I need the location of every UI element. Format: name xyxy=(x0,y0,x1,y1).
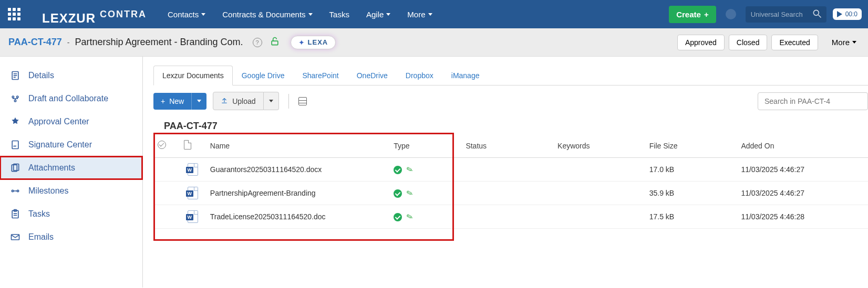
check-icon xyxy=(394,213,402,221)
document-id[interactable]: PAA-CT-477 xyxy=(8,37,62,48)
plus-icon: + xyxy=(161,97,165,105)
tab-dropbox[interactable]: Dropbox xyxy=(397,66,442,86)
file-name[interactable]: PartnershipAgreement-Branding xyxy=(206,182,389,205)
document-title: Partnership Agreement - Branding Com. xyxy=(75,37,243,48)
details-icon xyxy=(9,70,21,81)
status-executed-button[interactable]: Executed xyxy=(771,35,818,50)
caret-down-icon xyxy=(308,13,313,16)
file-table-wrap: Name Type Status Keywords File Size Adde… xyxy=(153,134,868,229)
col-name[interactable]: Name xyxy=(206,134,389,158)
tab-onedrive[interactable]: OneDrive xyxy=(348,66,397,86)
sidebar-item-label: Emails xyxy=(28,232,54,242)
svg-point-0 xyxy=(813,10,819,15)
table-row[interactable]: PartnershipAgreement-Branding ✎ 35.9 kB … xyxy=(153,182,868,205)
timer-value: 00:0 xyxy=(845,10,857,18)
col-added[interactable]: Added On xyxy=(737,134,868,158)
upload-icon xyxy=(221,97,228,105)
tasks-icon xyxy=(9,209,21,219)
new-button[interactable]: +New xyxy=(153,93,191,110)
caret-down-icon xyxy=(852,41,856,44)
more-button[interactable]: More xyxy=(829,37,860,47)
col-status[interactable]: Status xyxy=(461,134,553,158)
unlock-icon[interactable] xyxy=(270,36,280,49)
file-name[interactable]: Guarantors20250311164520.docx xyxy=(206,158,389,182)
folder-search-input[interactable] xyxy=(758,92,868,110)
sidebar-item-tasks[interactable]: Tasks xyxy=(0,202,142,226)
apps-launcher-icon[interactable] xyxy=(6,6,22,22)
folder-title: PAA-CT-477 xyxy=(164,121,868,132)
help-icon[interactable]: ? xyxy=(253,38,262,47)
nav-contracts[interactable]: Contracts & Documents xyxy=(222,10,312,19)
sidebar-item-label: Details xyxy=(28,71,54,80)
milestones-icon xyxy=(9,186,21,196)
sidebar-item-label: Draft and Collaborate xyxy=(28,94,108,103)
search-icon[interactable] xyxy=(812,8,822,20)
file-icon xyxy=(184,140,191,150)
col-keywords[interactable]: Keywords xyxy=(553,134,645,158)
nav-label: Contracts & Documents xyxy=(222,10,305,19)
universal-search-input[interactable] xyxy=(750,10,808,19)
sidebar-item-emails[interactable]: Emails xyxy=(0,226,142,249)
col-type[interactable]: Type xyxy=(389,134,461,158)
sidebar-item-label: Tasks xyxy=(28,209,50,219)
nav-contacts[interactable]: Contacts xyxy=(168,10,205,19)
svg-point-7 xyxy=(12,96,14,98)
nav-tasks[interactable]: Tasks xyxy=(329,10,349,19)
tab-lexzur-documents[interactable]: Lexzur Documents xyxy=(153,66,233,86)
more-label: More xyxy=(832,38,850,47)
sidebar-item-attachments[interactable]: Attachments xyxy=(0,156,142,179)
caret-down-icon xyxy=(197,100,201,102)
create-button[interactable]: Create+ xyxy=(669,6,716,23)
tab-sharepoint[interactable]: SharePoint xyxy=(293,66,347,86)
sidebar: Details Draft and Collaborate Approval C… xyxy=(0,57,143,287)
lexa-badge[interactable]: ✦ LEXA xyxy=(291,36,336,49)
file-size: 17.0 kB xyxy=(645,158,737,182)
brand-logo[interactable]: LEXZUR CONTRA xyxy=(32,3,147,26)
file-added: 11/03/2025 4:46:28 xyxy=(737,205,868,229)
plus-icon: + xyxy=(704,10,709,19)
sidebar-item-draft[interactable]: Draft and Collaborate xyxy=(0,87,142,110)
file-size: 17.5 kB xyxy=(645,205,737,229)
nav-label: Contacts xyxy=(168,10,199,19)
sidebar-item-approval[interactable]: Approval Center xyxy=(0,110,142,133)
list-view-icon[interactable] xyxy=(298,97,307,105)
nav-more[interactable]: More xyxy=(407,10,432,19)
upload-button[interactable]: Upload xyxy=(213,92,263,110)
new-dropdown-button[interactable] xyxy=(191,93,206,110)
universal-search[interactable] xyxy=(746,6,826,23)
sidebar-item-label: Attachments xyxy=(28,163,75,173)
nav-agile[interactable]: Agile xyxy=(366,10,390,19)
upload-button-group: Upload xyxy=(213,92,278,110)
caret-down-icon xyxy=(269,100,273,102)
select-all-icon[interactable] xyxy=(158,141,166,149)
tab-google-drive[interactable]: Google Drive xyxy=(233,66,294,86)
sidebar-item-label: Milestones xyxy=(28,186,68,196)
file-added: 11/03/2025 4:46:27 xyxy=(737,182,868,205)
word-file-icon xyxy=(188,210,198,223)
sidebar-item-signature[interactable]: Signature Center xyxy=(0,133,142,156)
status-closed-button[interactable]: Closed xyxy=(729,35,768,50)
brand-sub: CONTRA xyxy=(100,9,147,20)
svg-rect-10 xyxy=(12,141,18,149)
col-filesize[interactable]: File Size xyxy=(645,134,737,158)
tab-imanage[interactable]: iManage xyxy=(442,66,489,86)
status-approved-button[interactable]: Approved xyxy=(677,35,725,50)
sidebar-item-label: Signature Center xyxy=(28,140,92,150)
lexa-icon: ✦ xyxy=(298,38,305,47)
timer-widget[interactable]: 00:0 xyxy=(833,8,862,20)
table-row[interactable]: TradeLicense20250311164520.doc ✎ 17.5 kB… xyxy=(153,205,868,229)
top-nav: LEXZUR CONTRA Contacts Contracts & Docum… xyxy=(0,0,868,28)
upload-label: Upload xyxy=(232,97,255,105)
notification-icon[interactable] xyxy=(726,9,736,19)
sidebar-item-details[interactable]: Details xyxy=(0,64,142,87)
table-row[interactable]: Guarantors20250311164520.docx ✎ 17.0 kB … xyxy=(153,158,868,182)
file-name[interactable]: TradeLicense20250311164520.doc xyxy=(206,205,389,229)
col-select[interactable] xyxy=(153,134,180,158)
svg-point-8 xyxy=(17,96,18,98)
signature-pen-icon: ✎ xyxy=(405,211,414,222)
check-icon xyxy=(394,166,402,174)
brand-main: LEXZUR xyxy=(32,3,96,26)
upload-dropdown-button[interactable] xyxy=(264,92,279,110)
sidebar-item-milestones[interactable]: Milestones xyxy=(0,179,142,202)
new-button-group: +New xyxy=(153,93,206,110)
